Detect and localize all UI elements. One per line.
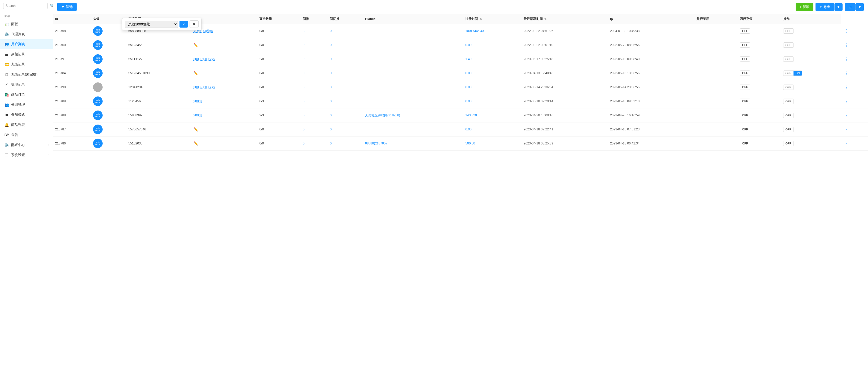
- sidebar-item-system-settings[interactable]: ☰ 系统设置 ‹: [0, 150, 53, 160]
- disable-off-toggle[interactable]: OFF: [740, 99, 750, 104]
- cell-channel[interactable]: ✏️: [191, 122, 257, 136]
- force-charge-off[interactable]: OFF: [783, 113, 794, 118]
- more-action-button[interactable]: ⋮: [843, 141, 849, 146]
- cell-force-charge[interactable]: OFFON: [781, 66, 841, 80]
- edit-channel-icon[interactable]: ✏️: [193, 43, 198, 47]
- force-charge-off[interactable]: OFF: [783, 99, 794, 104]
- cell-referral[interactable]: [363, 94, 463, 108]
- edit-channel-icon[interactable]: ✏️: [193, 141, 198, 146]
- disable-off-toggle[interactable]: OFF: [740, 43, 750, 48]
- edit-channel-icon[interactable]: ✏️: [193, 71, 198, 75]
- table-view-button[interactable]: ⊞: [845, 3, 856, 11]
- dropdown-confirm-button[interactable]: ✓: [180, 21, 188, 28]
- referral-link[interactable]: 天美社区源码网(218758): [365, 114, 400, 117]
- cell-channel[interactable]: 200出: [191, 108, 257, 122]
- more-action-button[interactable]: ⋮: [843, 71, 849, 76]
- cell-action[interactable]: ⋮: [841, 136, 868, 151]
- force-charge-off[interactable]: OFF: [783, 71, 794, 75]
- referral-link[interactable]: 88888(218785): [365, 141, 386, 145]
- sidebar-item-dashboard[interactable]: 📊 面板: [0, 19, 53, 29]
- sidebar-item-user-list[interactable]: 👥 用户列表: [0, 39, 53, 49]
- sidebar-item-withdraw-record[interactable]: ✓ 提现记录: [0, 80, 53, 90]
- cell-force-charge[interactable]: OFF: [781, 108, 841, 122]
- cell-force-charge[interactable]: OFF: [781, 136, 841, 151]
- more-action-button[interactable]: ⋮: [843, 28, 849, 33]
- sidebar-item-recharge-incomplete[interactable]: □ 充值记录(未完成): [0, 69, 53, 80]
- cell-referral[interactable]: [363, 52, 463, 66]
- sidebar-item-group-manage[interactable]: 👥 分组管理: [0, 100, 53, 110]
- disable-off-toggle[interactable]: OFF: [740, 71, 750, 75]
- channel-link[interactable]: 200出: [193, 99, 202, 103]
- force-charge-off[interactable]: OFF: [783, 43, 794, 48]
- cell-disable[interactable]: OFF: [738, 94, 781, 108]
- cell-action[interactable]: ⋮: [841, 108, 868, 122]
- cell-force-charge[interactable]: OFF: [781, 122, 841, 136]
- sidebar-item-balance-record[interactable]: ☰ 余额记录: [0, 49, 53, 59]
- force-charge-off[interactable]: OFF: [783, 141, 794, 146]
- more-action-button[interactable]: ⋮: [843, 127, 849, 132]
- disable-off-toggle[interactable]: OFF: [740, 85, 750, 90]
- cell-referral[interactable]: [363, 66, 463, 80]
- cell-channel[interactable]: 3000-5000SSS: [191, 52, 257, 66]
- cell-referral[interactable]: 天美社区源码网(218758): [363, 108, 463, 122]
- disable-off-toggle[interactable]: OFF: [740, 113, 750, 118]
- cell-action[interactable]: ⋮: [841, 94, 868, 108]
- sidebar-item-recharge-record[interactable]: 💳 充值记录: [0, 59, 53, 69]
- sidebar-item-goods-list[interactable]: 🔔 商品列表: [0, 120, 53, 130]
- cell-channel[interactable]: ✏️: [191, 38, 257, 52]
- cell-force-charge[interactable]: OFF: [781, 24, 841, 38]
- cell-disable[interactable]: OFF: [738, 136, 781, 151]
- more-action-button[interactable]: ⋮: [843, 113, 849, 118]
- channel-link[interactable]: 3000-5000SSS: [193, 85, 215, 89]
- cell-force-charge[interactable]: OFF: [781, 94, 841, 108]
- disable-off-toggle[interactable]: OFF: [740, 127, 750, 132]
- cell-force-charge[interactable]: OFF: [781, 80, 841, 94]
- more-action-button[interactable]: ⋮: [843, 99, 849, 104]
- channel-link[interactable]: 3000-5000SSS: [193, 57, 215, 61]
- more-action-button[interactable]: ⋮: [843, 57, 849, 62]
- force-charge-off[interactable]: OFF: [783, 57, 794, 62]
- cell-channel[interactable]: 3000-5000SSS: [191, 80, 257, 94]
- force-charge-off[interactable]: OFF: [783, 29, 794, 33]
- cell-channel[interactable]: ✏️: [191, 66, 257, 80]
- cell-disable[interactable]: OFF: [738, 66, 781, 80]
- edit-channel-icon[interactable]: ✏️: [193, 127, 198, 131]
- cell-referral[interactable]: [363, 38, 463, 52]
- cell-force-charge[interactable]: OFF: [781, 52, 841, 66]
- cell-disable[interactable]: OFF: [738, 24, 781, 38]
- sidebar-item-stack-mode[interactable]: ⏺ 叠加模式: [0, 110, 53, 120]
- disable-off-toggle[interactable]: OFF: [740, 29, 750, 33]
- cell-action[interactable]: ⋮: [841, 24, 868, 38]
- cell-referral[interactable]: [363, 24, 463, 38]
- add-button[interactable]: + 新增: [796, 3, 813, 11]
- cell-disable[interactable]: OFF: [738, 80, 781, 94]
- cell-disable[interactable]: OFF: [738, 52, 781, 66]
- force-charge-off[interactable]: OFF: [783, 127, 794, 132]
- channel-select[interactable]: 总线1000隐藏: [125, 21, 178, 28]
- dropdown-cancel-button[interactable]: ✕: [190, 21, 198, 28]
- cell-channel[interactable]: ✏️: [191, 136, 257, 151]
- cell-channel[interactable]: 200出: [191, 94, 257, 108]
- force-charge-on[interactable]: ON: [794, 71, 802, 75]
- search-input[interactable]: [3, 3, 48, 9]
- cell-disable[interactable]: OFF: [738, 108, 781, 122]
- cell-disable[interactable]: OFF: [738, 122, 781, 136]
- more-action-button[interactable]: ⋮: [843, 85, 849, 90]
- disable-off-toggle[interactable]: OFF: [740, 57, 750, 62]
- filter-button[interactable]: ▼ 筛选: [57, 3, 76, 11]
- cell-force-charge[interactable]: OFF: [781, 38, 841, 52]
- sidebar-item-announcement[interactable]: Bē 公告: [0, 130, 53, 140]
- cell-referral[interactable]: [363, 122, 463, 136]
- cell-action[interactable]: ⋮: [841, 122, 868, 136]
- cell-action[interactable]: ⋮: [841, 80, 868, 94]
- cell-referral[interactable]: [363, 80, 463, 94]
- sidebar-item-goods-order[interactable]: 🛍️ 商品订单: [0, 90, 53, 100]
- sidebar-item-config-center[interactable]: ⚙️ 配置中心 ‹: [0, 140, 53, 150]
- more-action-button[interactable]: ⋮: [843, 43, 849, 48]
- export-arrow-button[interactable]: ▼: [834, 3, 842, 11]
- table-arrow-button[interactable]: ▼: [856, 3, 864, 11]
- export-button[interactable]: ⬆ 导出: [815, 3, 834, 11]
- sidebar-item-agent-list[interactable]: ⚙️ 代理列表: [0, 29, 53, 39]
- search-button[interactable]: 🔍: [50, 4, 53, 8]
- cell-action[interactable]: ⋮: [841, 52, 868, 66]
